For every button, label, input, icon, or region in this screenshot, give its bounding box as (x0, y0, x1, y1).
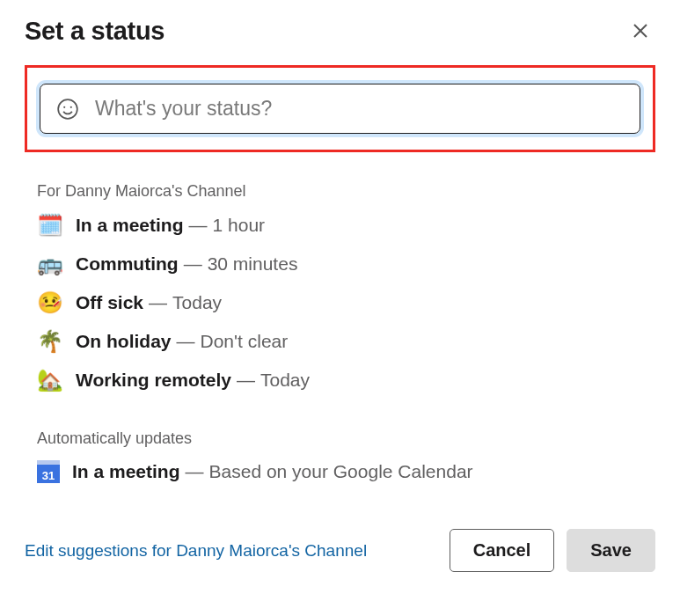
option-separator: — (237, 370, 255, 391)
suggestions-header: For Danny Maiorca's Channel (37, 182, 655, 201)
sick-emoji-icon: 🤒 (37, 290, 63, 315)
option-separator: — (149, 292, 167, 313)
option-duration: Based on your Google Calendar (209, 461, 473, 482)
option-label: In a meeting (72, 461, 180, 482)
status-option-remote[interactable]: 🏡 Working remotely — Today (37, 368, 655, 392)
status-option-sick[interactable]: 🤒 Off sick — Today (37, 290, 655, 315)
smiley-icon (56, 98, 79, 121)
option-separator: — (189, 215, 208, 236)
option-separator: — (186, 461, 204, 482)
option-label: Working remotely (76, 370, 231, 391)
status-input[interactable]: What's your status? (40, 84, 640, 134)
svg-point-3 (63, 106, 65, 107)
option-label: Off sick (76, 292, 143, 313)
bus-emoji-icon: 🚌 (37, 252, 63, 276)
option-label: Commuting (76, 253, 179, 275)
option-duration: 1 hour (213, 215, 266, 236)
option-duration: 30 minutes (208, 253, 298, 275)
option-duration: Today (172, 292, 222, 313)
cancel-button[interactable]: Cancel (450, 529, 555, 572)
status-placeholder: What's your status? (95, 97, 272, 121)
svg-point-4 (70, 106, 72, 107)
input-highlight-box: What's your status? (25, 65, 655, 152)
status-option-commuting[interactable]: 🚌 Commuting — 30 minutes (37, 252, 655, 276)
close-button[interactable] (625, 16, 655, 46)
calendar-emoji-icon: 🗓️ (37, 213, 63, 238)
option-duration: Today (260, 370, 310, 391)
auto-updates-header: Automatically updates (37, 429, 655, 448)
house-emoji-icon: 🏡 (37, 368, 63, 392)
palm-emoji-icon: 🌴 (37, 329, 63, 354)
option-label: On holiday (76, 331, 172, 352)
dialog-title: Set a status (25, 17, 165, 46)
google-calendar-icon: 31 (37, 460, 60, 483)
status-option-holiday[interactable]: 🌴 On holiday — Don't clear (37, 329, 655, 354)
option-separator: — (184, 253, 202, 275)
auto-option-calendar[interactable]: 31 In a meeting — Based on your Google C… (37, 460, 655, 483)
edit-suggestions-link[interactable]: Edit suggestions for Danny Maiorca's Cha… (25, 541, 367, 561)
option-separator: — (177, 331, 195, 352)
svg-point-2 (58, 99, 77, 119)
save-button[interactable]: Save (567, 529, 655, 572)
option-label: In a meeting (76, 215, 184, 236)
status-option-meeting[interactable]: 🗓️ In a meeting — 1 hour (37, 213, 655, 238)
option-duration: Don't clear (201, 331, 289, 352)
close-icon (632, 22, 649, 40)
